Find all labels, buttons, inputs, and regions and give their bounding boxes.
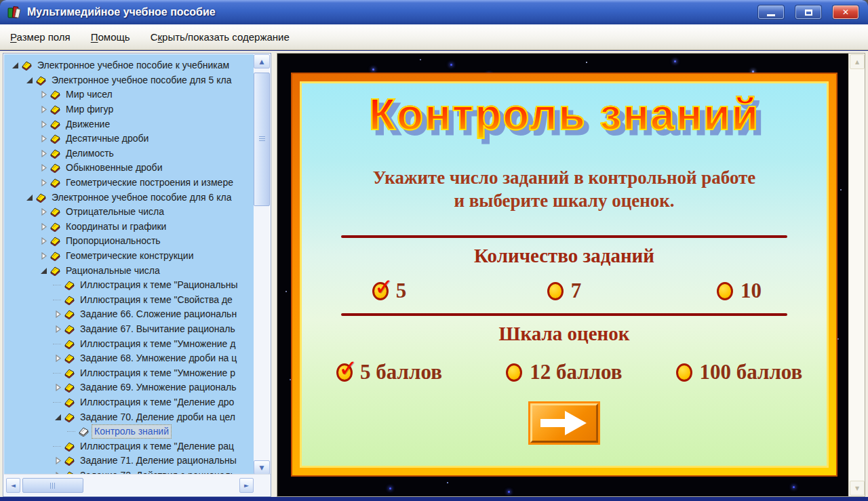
maximize-button[interactable] [795, 5, 821, 19]
tree-item-label[interactable]: Иллюстрация к теме "Свойства де [78, 294, 235, 306]
tree-item-label[interactable]: Иллюстрация к теме "Умножение р [78, 367, 237, 380]
tree-item[interactable]: Электронное учебное пособие для 6 кла [4, 190, 254, 205]
tree-item-label[interactable]: Электронное учебное пособие для 5 кла [50, 74, 233, 87]
minimize-button[interactable] [758, 5, 784, 19]
radio-icon[interactable] [547, 282, 564, 300]
tree-item-label[interactable]: Пропорциональность [64, 235, 163, 247]
tree-item[interactable]: Задание 66. Сложение рациональн [4, 307, 254, 322]
tree-expand-icon[interactable] [53, 354, 62, 363]
tree-item[interactable]: Иллюстрация к теме "Умножение д [4, 336, 254, 351]
tree-item-label[interactable]: Мир фигур [64, 103, 115, 116]
radio-option[interactable]: 100 баллов [676, 360, 803, 384]
tree-item-label[interactable]: Мир чисел [64, 88, 115, 101]
tree-expand-icon[interactable] [39, 163, 48, 173]
tree-item-label[interactable]: Электронное учебное пособие для 6 кла [50, 191, 233, 204]
tree-item-label[interactable]: Иллюстрация к теме "Деление дро [78, 396, 236, 409]
tree-item-label[interactable]: Иллюстрация к теме "Рациональны [78, 279, 240, 292]
tree-expand-icon[interactable] [39, 105, 48, 115]
tree-item[interactable]: Рациональные числа [4, 263, 254, 278]
tree-item-label[interactable]: Задание 71. Деление рациональны [78, 454, 239, 467]
tree-expand-icon[interactable] [39, 90, 48, 100]
radio-option[interactable]: 10 [717, 279, 762, 303]
tree-collapse-icon[interactable] [24, 193, 34, 202]
tree-item[interactable]: Электронное учебное пособие для 5 кла [4, 73, 254, 88]
tree-collapse-icon[interactable] [24, 75, 34, 85]
tree-item-label[interactable]: Задание 67. Вычитание рациональ [78, 323, 237, 336]
tree-item-label[interactable]: Делимость [64, 147, 116, 160]
tree-collapse-icon[interactable] [53, 412, 62, 422]
tree-expand-icon[interactable] [39, 134, 48, 144]
radio-icon[interactable] [506, 363, 522, 382]
radio-option[interactable]: ✓5 [372, 279, 407, 303]
tree-expand-icon[interactable] [39, 237, 48, 246]
tree-item[interactable]: Задание 70. Деление дроби на цел [4, 409, 254, 424]
tree-item-label[interactable]: Рациональные числа [64, 264, 162, 277]
scroll-right-button[interactable]: ► [239, 478, 254, 493]
tree-item-label[interactable]: Геометрические построения и измере [64, 176, 235, 189]
tree-item[interactable]: Отрицательные числа [4, 205, 254, 220]
tree-item-label[interactable]: Отрицательные числа [64, 205, 166, 218]
tree-item-label[interactable]: Задание 70. Деление дроби на цел [78, 411, 237, 424]
radio-option[interactable]: ✓5 баллов [336, 360, 442, 384]
tree-item[interactable]: Геометрические конструкции [4, 249, 254, 264]
tree-item-label[interactable]: Движение [64, 118, 112, 131]
tree-item[interactable]: Иллюстрация к теме "Свойства де [4, 293, 254, 308]
tree-expand-icon[interactable] [39, 119, 48, 129]
tree-expand-icon[interactable] [53, 310, 62, 319]
tree-expand-icon[interactable] [39, 207, 48, 217]
tree-item[interactable]: Десятичные дроби [4, 132, 254, 146]
vertical-scroll-thumb[interactable] [254, 73, 270, 206]
tree-item-label[interactable]: Задание 66. Сложение рациональн [78, 308, 239, 321]
menu-item[interactable]: Скрыть/показать содержание [149, 29, 291, 45]
scroll-left-button[interactable]: ◄ [6, 478, 20, 493]
scroll-up-button[interactable]: ▲ [254, 54, 270, 68]
tree-vertical-scrollbar[interactable]: ▲ ▼ [254, 54, 270, 475]
tree-expand-icon[interactable] [53, 383, 62, 393]
radio-icon[interactable] [717, 282, 733, 300]
tree-expand-icon[interactable] [39, 252, 48, 261]
radio-option[interactable]: 12 баллов [506, 360, 622, 384]
tree-item[interactable]: Движение [4, 117, 254, 132]
close-button[interactable]: ✕ [833, 5, 859, 19]
tree-item[interactable]: Делимость [4, 146, 254, 161]
tree-item[interactable]: Задание 68. Умножение дроби на ц [4, 351, 254, 366]
tree-item-label[interactable]: Иллюстрация к теме "Деление рац [78, 440, 236, 453]
tree-item[interactable]: Иллюстрация к теме "Рациональны [4, 278, 254, 293]
tree-item[interactable]: Иллюстрация к теме "Умножение р [4, 365, 254, 380]
horizontal-scroll-thumb[interactable] [22, 478, 83, 493]
tree-item[interactable]: Задание 69. Умножение рациональ [4, 380, 254, 395]
tree-item-label[interactable]: Контроль знаний [92, 425, 171, 438]
tree-item[interactable]: Иллюстрация к теме "Деление дро [4, 395, 254, 410]
tree-expand-icon[interactable] [53, 324, 62, 334]
tree-item-label[interactable]: Электронное учебное пособие к учебникам [35, 59, 231, 72]
menu-item[interactable]: Помощь [90, 29, 132, 45]
tree-item[interactable]: Пропорциональность [4, 234, 254, 249]
tree-item[interactable]: Электронное учебное пособие к учебникам [4, 58, 254, 73]
tree-expand-icon[interactable] [39, 222, 48, 231]
tree-expand-icon[interactable] [53, 456, 62, 466]
scroll-down-button[interactable]: ▼ [254, 460, 270, 475]
tree-collapse-icon[interactable] [10, 61, 20, 71]
tree-horizontal-scrollbar[interactable]: ◄ ► [4, 474, 271, 496]
next-button[interactable] [530, 403, 598, 443]
tree-item-selected[interactable]: Контроль знаний [4, 424, 254, 439]
tree-item[interactable]: Иллюстрация к теме "Деление рац [4, 439, 254, 454]
radio-selected-icon[interactable]: ✓ [372, 282, 389, 300]
tree-item[interactable]: Задание 71. Деление рациональны [4, 454, 254, 468]
tree-item-label[interactable]: Координаты и графики [64, 220, 168, 233]
tree-item[interactable]: Геометрические построения и измере [4, 176, 254, 191]
menu-item[interactable]: Размер поля [9, 29, 72, 45]
tree-expand-icon[interactable] [39, 178, 48, 188]
tree-item[interactable]: Обыкновенные дроби [4, 161, 254, 176]
radio-icon[interactable] [676, 363, 692, 382]
tree-item-label[interactable]: Десятичные дроби [64, 132, 151, 145]
tree-item[interactable]: Мир фигур [4, 102, 254, 117]
tree-item[interactable]: Координаты и графики [4, 220, 254, 235]
tree-item-label[interactable]: Геометрические конструкции [64, 249, 196, 262]
tree-item[interactable]: Мир чисел [4, 87, 254, 102]
tree-item-label[interactable]: Обыкновенные дроби [64, 161, 164, 174]
tree-expand-icon[interactable] [39, 148, 48, 158]
tree-item-label[interactable]: Задание 68. Умножение дроби на ц [78, 352, 239, 365]
tree-item[interactable]: Задание 67. Вычитание рациональ [4, 322, 254, 337]
radio-option[interactable]: 7 [547, 279, 582, 303]
